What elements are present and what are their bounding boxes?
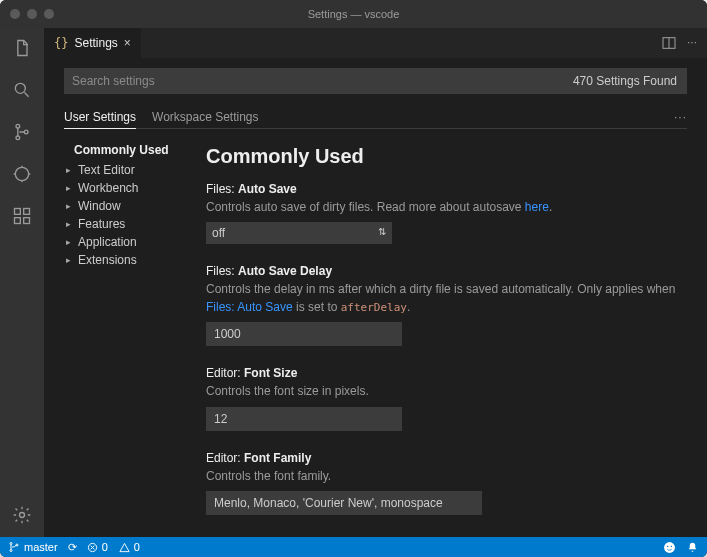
setting-description: Controls auto save of dirty files. Read … bbox=[206, 199, 683, 216]
status-bell-icon[interactable] bbox=[686, 541, 699, 554]
setting-title: Files: Auto Save Delay bbox=[206, 264, 683, 278]
svg-point-9 bbox=[20, 513, 25, 518]
split-editor-icon[interactable] bbox=[661, 35, 677, 51]
app-window: Settings — vscode bbox=[0, 0, 707, 557]
more-actions-icon[interactable]: ··· bbox=[687, 35, 697, 51]
svg-rect-8 bbox=[24, 218, 30, 224]
extensions-icon[interactable] bbox=[10, 204, 34, 228]
svg-point-1 bbox=[16, 124, 20, 128]
setting-title: Editor: Font Size bbox=[206, 366, 683, 380]
status-problems[interactable]: 0 0 bbox=[87, 541, 140, 553]
setting-description: Controls the font family. bbox=[206, 468, 683, 485]
font-size-input[interactable] bbox=[206, 407, 402, 431]
tree-item-window[interactable]: ▸Window bbox=[64, 197, 194, 215]
svg-point-0 bbox=[15, 83, 25, 93]
tree-item-workbench[interactable]: ▸Workbench bbox=[64, 179, 194, 197]
auto-save-delay-input[interactable] bbox=[206, 322, 402, 346]
page-title: Commonly Used bbox=[206, 145, 683, 168]
status-sync[interactable]: ⟳ bbox=[68, 541, 77, 554]
svg-point-2 bbox=[16, 136, 20, 140]
auto-save-select[interactable]: off bbox=[206, 222, 392, 244]
font-family-input[interactable] bbox=[206, 491, 482, 515]
svg-rect-7 bbox=[15, 218, 21, 224]
search-row: 470 Settings Found bbox=[64, 68, 687, 94]
activity-bar bbox=[0, 28, 44, 537]
editor-area: {} Settings × ··· 470 Settings Found bbox=[44, 28, 707, 537]
settings-file-icon: {} bbox=[54, 36, 68, 50]
chevron-right-icon: ▸ bbox=[66, 255, 74, 265]
tree-item-features[interactable]: ▸Features bbox=[64, 215, 194, 233]
setting-auto-save: Files: Auto Save Controls auto save of d… bbox=[206, 182, 683, 244]
svg-rect-5 bbox=[15, 209, 21, 215]
files-icon[interactable] bbox=[10, 36, 34, 60]
svg-point-17 bbox=[671, 545, 672, 546]
tab-settings[interactable]: {} Settings × bbox=[44, 28, 141, 58]
svg-point-3 bbox=[24, 130, 28, 134]
svg-point-12 bbox=[10, 550, 12, 552]
status-branch[interactable]: master bbox=[8, 541, 58, 553]
tab-actions: ··· bbox=[661, 35, 707, 51]
search-icon[interactable] bbox=[10, 78, 34, 102]
source-control-icon[interactable] bbox=[10, 120, 34, 144]
tree-item-application[interactable]: ▸Application bbox=[64, 233, 194, 251]
tree-header[interactable]: Commonly Used bbox=[64, 141, 194, 161]
tab-workspace-settings[interactable]: Workspace Settings bbox=[152, 106, 259, 128]
status-bar: master ⟳ 0 0 bbox=[0, 537, 707, 557]
app-body: {} Settings × ··· 470 Settings Found bbox=[0, 28, 707, 537]
search-input[interactable] bbox=[64, 68, 563, 94]
close-tab-button[interactable]: × bbox=[124, 36, 131, 50]
tab-bar: {} Settings × ··· bbox=[44, 28, 707, 58]
tree-item-extensions[interactable]: ▸Extensions bbox=[64, 251, 194, 269]
setting-description: Controls the font size in pixels. bbox=[206, 383, 683, 400]
chevron-right-icon: ▸ bbox=[66, 237, 74, 247]
tab-label: Settings bbox=[74, 36, 117, 50]
window-title: Settings — vscode bbox=[0, 8, 707, 20]
settings-tree: Commonly Used ▸Text Editor ▸Workbench ▸W… bbox=[64, 137, 194, 537]
settings-content: 470 Settings Found User Settings Workspa… bbox=[44, 58, 707, 537]
autosave-doc-link[interactable]: here bbox=[525, 200, 549, 214]
search-result-count: 470 Settings Found bbox=[563, 68, 687, 94]
setting-font-family: Editor: Font Family Controls the font fa… bbox=[206, 451, 683, 515]
minimize-window-button[interactable] bbox=[27, 9, 37, 19]
more-scope-actions[interactable]: ··· bbox=[674, 110, 687, 124]
setting-auto-save-delay: Files: Auto Save Delay Controls the dela… bbox=[206, 264, 683, 346]
close-window-button[interactable] bbox=[10, 9, 20, 19]
scope-tabs: User Settings Workspace Settings ··· bbox=[64, 106, 687, 129]
setting-title: Files: Auto Save bbox=[206, 182, 683, 196]
auto-save-link[interactable]: Files: Auto Save bbox=[206, 300, 293, 314]
setting-title: Editor: Font Family bbox=[206, 451, 683, 465]
svg-point-15 bbox=[664, 542, 675, 553]
setting-font-size: Editor: Font Size Controls the font size… bbox=[206, 366, 683, 430]
setting-description: Controls the delay in ms after which a d… bbox=[206, 281, 683, 316]
settings-split: Commonly Used ▸Text Editor ▸Workbench ▸W… bbox=[64, 137, 687, 537]
chevron-right-icon: ▸ bbox=[66, 183, 74, 193]
chevron-right-icon: ▸ bbox=[66, 201, 74, 211]
status-feedback-icon[interactable] bbox=[663, 541, 676, 554]
svg-rect-6 bbox=[24, 209, 30, 215]
chevron-right-icon: ▸ bbox=[66, 219, 74, 229]
maximize-window-button[interactable] bbox=[44, 9, 54, 19]
svg-point-11 bbox=[10, 543, 12, 545]
svg-point-16 bbox=[667, 545, 668, 546]
settings-list[interactable]: Commonly Used Files: Auto Save Controls … bbox=[194, 137, 687, 537]
svg-point-4 bbox=[15, 167, 28, 180]
debug-icon[interactable] bbox=[10, 162, 34, 186]
titlebar: Settings — vscode bbox=[0, 0, 707, 28]
chevron-right-icon: ▸ bbox=[66, 165, 74, 175]
window-controls bbox=[10, 9, 54, 19]
tab-user-settings[interactable]: User Settings bbox=[64, 106, 136, 129]
gear-icon[interactable] bbox=[10, 503, 34, 527]
tree-item-text-editor[interactable]: ▸Text Editor bbox=[64, 161, 194, 179]
